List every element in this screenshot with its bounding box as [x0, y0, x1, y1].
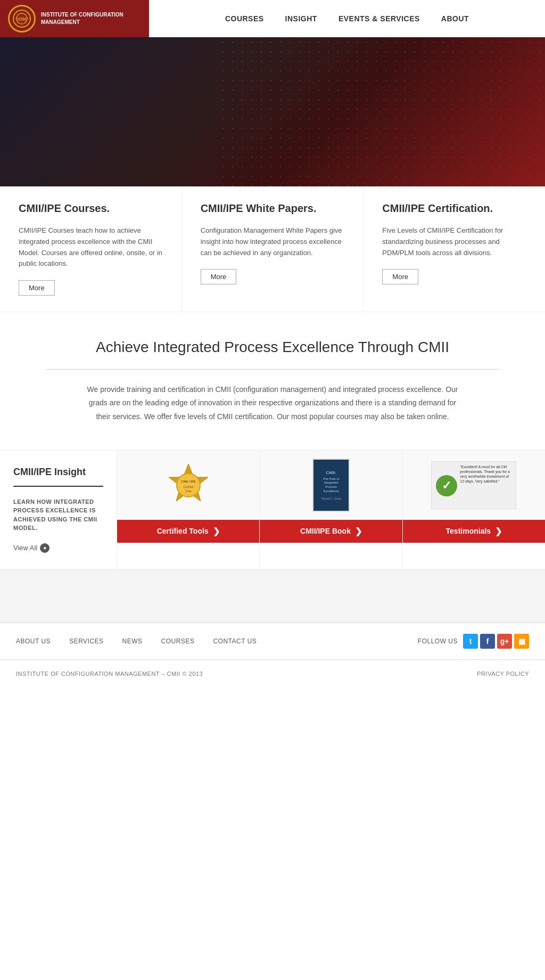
view-all-text: View All [13, 544, 37, 552]
rss-icon[interactable]: ▩ [514, 634, 529, 649]
hero-banner [0, 37, 545, 186]
facebook-icon[interactable]: f [480, 634, 495, 649]
logo-text: INSTITUTE OF CONFIGURATION MANAGEMENT [41, 11, 141, 26]
nav-about[interactable]: ABOUT [441, 14, 469, 23]
certified-tools-image: CMII / IPE Certified Tools [117, 451, 259, 520]
svg-text:Tools: Tools [185, 489, 192, 493]
testimonials-image: ✓ "Excellent! A must for all CM professi… [403, 451, 545, 520]
whitepapers-more-button[interactable]: More [201, 269, 237, 284]
whitepapers-column: CMII/IPE White Papers. Configuration Man… [182, 186, 364, 312]
certification-more-button[interactable]: More [382, 269, 418, 284]
insight-left-panel: CMII/IPE Insight LEARN HOW INTEGRATED PR… [0, 451, 117, 569]
certified-tools-card[interactable]: CMII / IPE Certified Tools Certified Too… [117, 451, 260, 569]
whitepapers-title: CMII/IPE White Papers. [201, 202, 348, 215]
whitepapers-description: Configuration Management White Papers gi… [201, 225, 348, 258]
follow-us-label: FOLLOW US [418, 638, 458, 645]
nav-insight[interactable]: INSIGHT [285, 14, 317, 23]
google-plus-icon[interactable]: g+ [497, 634, 512, 649]
insight-subtitle: LEARN HOW INTEGRATED PROCESS EXCELLENCE … [13, 497, 103, 533]
logo-icon: ICM [8, 5, 36, 32]
checkmark-icon: ✓ [436, 475, 457, 496]
hero-dots-decoration [218, 37, 545, 186]
testimonials-label: Testimonials ❯ [403, 520, 545, 543]
middle-section: Achieve Integrated Process Excellence Th… [0, 312, 545, 450]
main-nav: COURSES INSIGHT EVENTS & SERVICES ABOUT [149, 14, 545, 23]
empty-section [0, 569, 545, 623]
insight-divider [13, 486, 103, 487]
certification-column: CMII/IPE Certification. Five Levels of C… [364, 186, 545, 312]
middle-title: Achieve Integrated Process Excellence Th… [21, 339, 524, 356]
book-arrow-icon: ❯ [355, 526, 362, 536]
view-all-arrow-icon: ● [40, 543, 49, 553]
testimonial-quote-text: "Excellent! A must for all CM profession… [460, 464, 513, 484]
insight-section: CMII/IPE Insight LEARN HOW INTEGRATED PR… [0, 450, 545, 569]
courses-description: CMII/IPE Courses teach how to achieve in… [19, 225, 166, 270]
courses-more-button[interactable]: More [19, 280, 55, 296]
testimonials-card[interactable]: ✓ "Excellent! A must for all CM professi… [403, 451, 545, 569]
certified-tools-label: Certified Tools ❯ [117, 520, 259, 543]
footer-services[interactable]: SERVICES [69, 638, 103, 645]
header: ICM INSTITUTE OF CONFIGURATION MANAGEMEN… [0, 0, 545, 37]
book-label: CMII/IPE Book ❯ [260, 520, 402, 543]
insight-title: CMII/IPE Insight [13, 467, 103, 478]
gold-badge-icon: CMII / IPE Certified Tools [164, 461, 212, 509]
footer-courses[interactable]: COURSES [161, 638, 195, 645]
courses-column: CMII/IPE Courses. CMII/IPE Courses teach… [0, 186, 182, 312]
three-columns-section: CMII/IPE Courses. CMII/IPE Courses teach… [0, 186, 545, 312]
view-all-link[interactable]: View All ● [13, 543, 103, 553]
footer-links: ABOUT US SERVICES NEWS COURSES CONTACT U… [16, 638, 257, 645]
middle-divider [46, 369, 499, 370]
book-card[interactable]: CMII: The Path toIntegratedProcessExcell… [260, 451, 402, 569]
svg-text:CMII / IPE: CMII / IPE [181, 480, 195, 483]
nav-courses[interactable]: COURSES [225, 14, 264, 23]
logo-area: ICM INSTITUTE OF CONFIGURATION MANAGEMEN… [0, 0, 149, 37]
footer-nav: ABOUT US SERVICES NEWS COURSES CONTACT U… [0, 623, 545, 660]
book-image: CMII: The Path toIntegratedProcessExcell… [260, 451, 402, 520]
footer-contact-us[interactable]: CONTACT US [213, 638, 257, 645]
svg-text:ICM: ICM [18, 17, 27, 22]
footer-news[interactable]: NEWS [122, 638, 143, 645]
book-cover-image: CMII: The Path toIntegratedProcessExcell… [312, 459, 350, 512]
certified-tools-arrow-icon: ❯ [213, 526, 220, 536]
insight-cards-container: CMII / IPE Certified Tools Certified Too… [117, 451, 545, 569]
courses-title: CMII/IPE Courses. [19, 202, 166, 215]
footer-about-us[interactable]: ABOUT US [16, 638, 51, 645]
testimonial-thumbnail: ✓ "Excellent! A must for all CM professi… [431, 461, 516, 509]
copyright-text: INSTITUTE OF CONFIGURATION MANAGEMENT – … [16, 671, 203, 677]
privacy-policy-link[interactable]: PRIVACY POLICY [477, 671, 529, 677]
testimonials-arrow-icon: ❯ [495, 526, 502, 536]
svg-text:Certified: Certified [183, 485, 193, 488]
certification-description: Five Levels of CMII/IPE Certification fo… [382, 225, 529, 258]
middle-body-text: We provide training and certification in… [86, 383, 459, 423]
nav-events-services[interactable]: EVENTS & SERVICES [338, 14, 420, 23]
twitter-icon[interactable]: t [463, 634, 478, 649]
certification-title: CMII/IPE Certification. [382, 202, 529, 215]
footer-bottom: INSTITUTE OF CONFIGURATION MANAGEMENT – … [0, 660, 545, 688]
social-icons-group: t f g+ ▩ [463, 634, 529, 649]
follow-us-area: FOLLOW US t f g+ ▩ [418, 634, 529, 649]
